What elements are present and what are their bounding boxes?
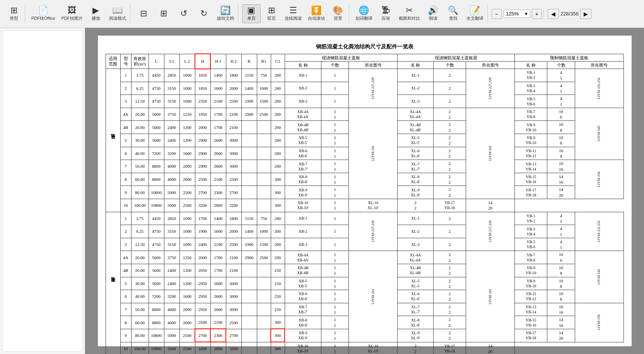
view-icon-btn1[interactable]: ⊟ (134, 8, 153, 20)
diag-xb-2: 12YS8 241 (349, 108, 398, 199)
cell-yb: YB-7YB-8 (514, 251, 547, 264)
pdf-img-button[interactable]: 🖼 PDF转图片 (59, 5, 85, 23)
cell-l: 5600 (149, 108, 164, 121)
cell-b (241, 160, 257, 173)
full-trans-button[interactable]: 📝 全文翻译 (464, 5, 486, 23)
background-button[interactable]: 🎨 背景 (329, 5, 347, 23)
cell-xl: XL-6XL-6' (397, 290, 433, 303)
rotate-button[interactable]: 🔄 旋转文档 (215, 5, 236, 23)
cell-l1: 3150 (164, 225, 179, 238)
read-label: 阅读模式 (109, 15, 126, 21)
view-icon-btn2[interactable]: ⊞ (154, 8, 173, 20)
cell-b: 1400 (241, 82, 257, 95)
cell-vol: 80.00 (131, 329, 149, 342)
type-button[interactable]: ⊞ 类型 (5, 5, 23, 23)
cell-xb-count: 1 (321, 238, 348, 251)
cell-xb: XB-8XB-8' (285, 173, 321, 186)
read-button[interactable]: 📖 阅读模式 (107, 5, 128, 23)
compress-button[interactable]: 🗜 压缩 (376, 5, 395, 23)
find-button[interactable]: 🔍 查找 (444, 5, 463, 23)
find-icon: 🔍 (448, 6, 458, 15)
cell-l1: 5000 (164, 199, 179, 212)
row-num: 4A (120, 108, 131, 121)
cell-xl: XL-5XL-5' (397, 134, 433, 147)
cell-h1: 1400 (210, 69, 226, 82)
pdf-office-button[interactable]: 📄 PDF转Office (29, 5, 58, 23)
cell-xb-count: 11 (321, 147, 348, 160)
read-icon: 📖 (112, 6, 123, 15)
read-aloud-icon: 🔊 (428, 6, 438, 15)
cell-b1: 2500 (257, 108, 271, 121)
cell-l: 4750 (149, 82, 164, 95)
play-button[interactable]: ▶ 播放 (87, 5, 105, 23)
double-page-button[interactable]: ⊞ 双页 (262, 5, 281, 23)
table-row: 4A20.00560037501250195017002100290025002… (106, 108, 624, 121)
cell-b (241, 329, 257, 342)
cell-h1: 2300 (210, 329, 226, 342)
cell-h2: 2100 (226, 264, 241, 277)
grid-icon: ⊟ (140, 9, 147, 18)
view-icon-btn3[interactable]: ↺ (174, 8, 193, 20)
cell-l: 10800 (149, 329, 164, 342)
cell-c1: 200 (271, 69, 285, 82)
content-area[interactable]: 钢筋混凝土化粪池结构尺寸及配件一览表 适用范围 型号 有效容积(m³) L L1… (85, 28, 644, 354)
table-row: 用于无地下水13.7544502850100016501400180011507… (106, 69, 624, 82)
cell-h1: 2800 (210, 342, 226, 354)
cell-b: 1400 (241, 225, 257, 238)
cell-b (241, 134, 257, 147)
cell-l2: 1200 (179, 121, 195, 134)
cell-h2: 2100 (226, 108, 241, 121)
cell-l1: 5000 (164, 342, 179, 354)
cell-h: 3200 (195, 342, 210, 354)
diag-xl-1: 12YS8 227,228 (466, 212, 515, 251)
cell-b1 (257, 199, 271, 212)
cell-h1: 1700 (210, 251, 226, 264)
cell-h2: 2100 (226, 121, 241, 134)
cell-h1: 2600 (210, 277, 226, 290)
sidebar (0, 28, 85, 354)
header-cast-beam: 现浇钢筋混凝土盖板梁 (397, 54, 514, 61)
cell-h1: 2100 (210, 316, 226, 329)
read-aloud-button[interactable]: 🔊 朗读 (424, 5, 442, 23)
auto-scroll-button[interactable]: ⏬ 自动滚动 (306, 5, 327, 23)
cell-b1 (257, 277, 271, 290)
cell-c1: 250 (271, 290, 285, 303)
cell-c1: 200 (271, 238, 285, 251)
zoom-dropdown-icon[interactable]: ▾ (525, 11, 528, 17)
cell-xb-count: 11 (321, 121, 348, 134)
cell-l: 4750 (149, 95, 164, 108)
prev-page-button[interactable]: ◀ (548, 9, 559, 19)
cast-cover-count-h: 个数 (321, 61, 348, 69)
zoom-out-button[interactable]: − (492, 9, 502, 19)
word-trans-button[interactable]: 🌐 划词翻译 (353, 5, 375, 23)
cell-yb-count: 108 (547, 290, 575, 303)
cell-xl-count: 22 (433, 329, 466, 342)
zoom-in-button[interactable]: + (532, 9, 542, 19)
single-page-button[interactable]: ▣ 单页 (242, 4, 261, 23)
pdf-office-icon: 📄 (38, 6, 48, 15)
cell-yb-count: 41 (547, 225, 575, 238)
cell-c1: 300 (271, 199, 285, 212)
continuous-read-button[interactable]: ☰ 连续阅读 (282, 5, 304, 23)
cell-xb: XB-10XB-10' (285, 199, 321, 212)
cell-l1: 2850 (164, 69, 179, 82)
cell-l: 4450 (149, 69, 164, 82)
cell-h: 2700 (195, 186, 210, 199)
view-icon-btn4[interactable]: ↻ (195, 8, 213, 20)
header-H: H (195, 54, 210, 69)
cell-yb: YB-17YB-18 (433, 199, 466, 212)
cell-yb-count: 1420 (547, 329, 575, 342)
cell-l1: 2400 (164, 121, 179, 134)
cell-xb-count: 11 (321, 290, 348, 303)
diag-xb-1: 12YS8 227,228 (349, 69, 398, 108)
cell-h1: 1700 (210, 108, 226, 121)
cell-l: 5600 (149, 251, 164, 264)
cell-yb-count: 1420 (466, 342, 515, 354)
cell-xb-count: 1 (321, 225, 348, 238)
cell-b1 (257, 134, 271, 147)
cell-xl: XL-9XL-9' (397, 186, 433, 199)
cell-l2: 2000 (179, 316, 195, 329)
cell-xb: XB-7XB-7' (285, 160, 321, 173)
next-page-button[interactable]: ▶ (580, 9, 591, 19)
screenshot-button[interactable]: ✂ 截图和对比 (396, 5, 422, 23)
